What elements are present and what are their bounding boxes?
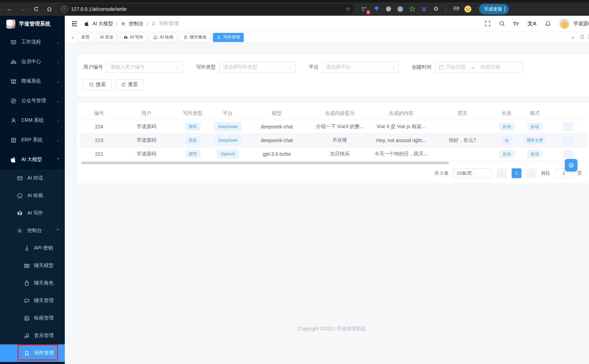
col-format: 格式 (520, 107, 549, 120)
sidebar-item-ai-draw[interactable]: AI 绘画 (0, 187, 65, 204)
sidebar-item-ai-write[interactable]: AI 写作 (0, 204, 65, 222)
breadcrumb-item[interactable]: AI 大模型 (92, 21, 113, 27)
sidebar-item-console[interactable]: 控制台 ⌃ (0, 222, 65, 239)
tab-ai-draw[interactable]: AI 绘画 (150, 33, 177, 42)
date-start-placeholder[interactable]: 开始日期 (446, 64, 465, 70)
cropped-tag (563, 136, 573, 144)
sidebar-item-label: 控制台 (27, 227, 42, 234)
sidebar-item-chat-role[interactable]: 聊天角色 (0, 274, 65, 292)
extension-icon-1[interactable]: 8 (360, 5, 369, 13)
sidebar-item-label: CRM 系统 (21, 117, 52, 124)
date-range-picker[interactable]: 开始日期 – 结束日期 (435, 62, 523, 73)
back-icon[interactable]: ← (4, 4, 15, 14)
address-bar[interactable]: ⓘ 127.0.0.1/ai/console/write ☆ (58, 4, 354, 14)
sidebar-fold-icon[interactable] (71, 20, 78, 27)
horizontal-scrollbar[interactable] (81, 162, 588, 164)
tabs-scroll-right-icon[interactable]: » (568, 35, 577, 40)
browser-menu-icon[interactable] (504, 7, 505, 11)
col-id: 编号 (80, 107, 118, 120)
search-button[interactable]: 搜索 (83, 79, 111, 90)
extension-icon-kite[interactable] (372, 5, 381, 13)
sidebar-item-chat-model[interactable]: 聊天模型 (0, 257, 65, 274)
cropped-tag (563, 150, 573, 158)
extension-icon-star[interactable] (408, 5, 416, 13)
platform-select[interactable]: 请选择平台 ⌄ (322, 62, 399, 73)
sidebar-item-draw-manage[interactable]: 绘画管理 (0, 309, 65, 327)
translate-icon[interactable]: 文A (527, 20, 536, 27)
tabs-scroll-left-icon[interactable]: « (68, 35, 77, 40)
reset-button[interactable]: 重置 (116, 79, 144, 90)
col-length: 长度 (493, 107, 520, 120)
date-end-placeholder[interactable]: 结束日期 (480, 64, 500, 70)
tab-home[interactable]: 首页 (77, 33, 93, 42)
extension-icon-chevrons[interactable] (420, 5, 428, 13)
sidebar-item-crm[interactable]: CRM 系统⌄ (0, 111, 65, 130)
chat-bubble-icon (24, 298, 30, 304)
user-id-input[interactable]: 请输入用户编号 ⌄ (106, 62, 183, 73)
extension-icon-coin[interactable]: 元 (384, 5, 393, 13)
format-tag: 自动 (527, 123, 542, 131)
chrome-update-button[interactable]: 完成更新 (479, 4, 509, 14)
bell-icon[interactable] (545, 21, 551, 27)
sidebar-item-chat-manage[interactable]: 聊天管理 (0, 292, 65, 309)
breadcrumb-item[interactable]: 控制台 (129, 21, 144, 27)
username[interactable]: 芋道源码 (573, 21, 589, 27)
reload-icon[interactable] (30, 4, 42, 14)
extensions-puzzle-icon[interactable] (432, 5, 440, 13)
prev-page-button[interactable]: ‹ (497, 168, 507, 178)
next-page-button[interactable]: › (526, 168, 536, 178)
sidebar-item-member[interactable]: 会员中心⌄ (0, 52, 65, 71)
length-tag: 短 (501, 136, 512, 144)
table-row[interactable]: 221 芋道源码 撰写 OpenAI gpt-3.5-turbo 生日快乐 今天… (80, 147, 588, 161)
col-cropped (549, 107, 588, 120)
forward-icon[interactable]: → (17, 4, 29, 14)
scrollbar-thumb[interactable] (81, 162, 449, 164)
refresh-icon (121, 82, 126, 87)
search-icon (89, 82, 94, 87)
write-type-select[interactable]: 请选择写作类型 ⌄ (219, 62, 296, 73)
apple-icon (84, 21, 89, 26)
tab-chat-role[interactable]: 聊天角色 (180, 33, 210, 42)
font-size-icon[interactable]: Tᴛ (513, 21, 519, 27)
bookmark-star-icon[interactable]: ☆ (346, 6, 351, 12)
app-logo-row[interactable]: 芋道管理系统 (0, 16, 65, 32)
bicycle-icon (11, 59, 16, 65)
tabs-layout-icon[interactable] (587, 34, 589, 40)
tabs-refresh-icon[interactable] (577, 34, 587, 41)
media-controls-icon[interactable] (452, 5, 460, 13)
extension-icon-dot[interactable] (396, 5, 404, 13)
platform-tag: OpenAI (217, 149, 238, 159)
tab-ai-write[interactable]: AI 写作 (120, 33, 147, 42)
user-avatar[interactable] (559, 19, 570, 29)
page-number-1[interactable]: 1 (512, 168, 521, 178)
sidebar-item-ai-chat[interactable]: AI 对话 (0, 169, 65, 187)
app-logo (6, 20, 15, 29)
sidebar-item-music-manage[interactable]: 音乐管理 (0, 327, 65, 344)
sidebar-item-api-key[interactable]: API 密钥 (0, 239, 65, 257)
user-icon (11, 118, 16, 124)
sidebar-item-write-manage[interactable]: 写作管理 (0, 344, 65, 362)
url-text[interactable]: 127.0.0.1/ai/console/write (71, 6, 346, 12)
table-card: 编号 用户 写作类型 平台 模型 生成内容提示 生成的内容 原文 长度 格式 (76, 102, 589, 184)
sidebar-item-mall[interactable]: 商城系统⌄ (0, 71, 65, 91)
sidebar-item-label: 会员中心 (21, 58, 52, 65)
home-icon[interactable] (43, 4, 55, 14)
profile-emoji-icon[interactable] (464, 5, 472, 13)
table-row[interactable]: 224 芋道源码 撰写 DeepSeek deepseek-chat 介绍一下 … (80, 120, 588, 133)
fullscreen-icon[interactable] (485, 21, 491, 27)
site-info-icon[interactable]: ⓘ (60, 5, 68, 13)
sidebar-item-erp[interactable]: ERP 系统⌄ (0, 130, 65, 150)
sidebar-item-label: 聊天模型 (34, 262, 54, 269)
tab-write-manage[interactable]: 写作管理 (213, 33, 244, 42)
sidebar-item-label: 聊天管理 (34, 298, 54, 304)
tab-ai-music[interactable]: AI 音乐 (96, 33, 117, 42)
sidebar-item-ai-model[interactable]: AI 大模型⌃ (0, 150, 65, 169)
pagination-total: 共 3 条 (435, 170, 449, 176)
table-row[interactable]: 223 芋道源码 回复 DeepSeek deepseek-chat 不在呀 H… (80, 133, 588, 147)
sidebar: 芋道管理系统 工作流程⌄ 会员中心⌄ 商城系统⌄ 公众号管理⌄ CRM 系统⌄ … (0, 16, 65, 364)
page-size-select[interactable]: 10条/页 ⌄ (453, 168, 492, 178)
sidebar-item-mp[interactable]: 公众号管理⌄ (0, 91, 65, 111)
search-icon[interactable] (499, 21, 505, 27)
sidebar-item-workflow[interactable]: 工作流程⌄ (0, 32, 65, 52)
theme-settings-button[interactable]: ⚙ (565, 159, 577, 172)
